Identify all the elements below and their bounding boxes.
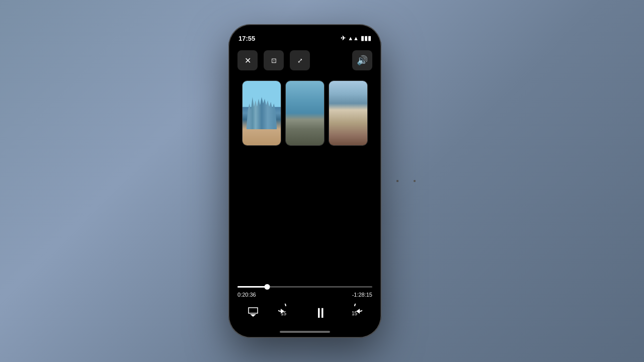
time-row: 0:20:36 -1:28:15 — [237, 292, 372, 298]
video-controls-top: ✕ ⊡ ⤢ 🔊 — [229, 50, 380, 70]
status-time-1: 17:55 — [238, 35, 255, 42]
time-remaining: -1:28:15 — [352, 292, 372, 298]
video-thumbnails — [229, 80, 380, 146]
phone1: 17:55 ✈ ▲▲ ▮▮▮ ✕ ⊡ ⤢ 🔊 — [228, 24, 381, 338]
svg-text:15: 15 — [352, 311, 358, 316]
thumbnail-2[interactable] — [285, 80, 325, 146]
progress-dot — [264, 284, 270, 290]
forward-button[interactable]: 15 — [347, 304, 362, 322]
rewind-button[interactable]: 15 — [278, 304, 293, 322]
pause-button[interactable]: ⏸ — [313, 305, 328, 321]
notch1 — [275, 25, 335, 38]
progress-fill — [237, 286, 267, 288]
volume-button[interactable]: 🔊 — [352, 50, 372, 70]
expand-button[interactable]: ⤢ — [290, 50, 310, 70]
status-icons-1: ✈ ▲▲ ▮▮▮ — [341, 35, 371, 42]
video-bottom: 0:20:36 -1:28:15 15 ⏸ — [229, 286, 380, 322]
time-current: 0:20:36 — [237, 292, 256, 298]
phone3: 17:58 ✈ ▲▲ ▮▮▮ キャンセル ツイートする ピクチャインピクチャの使… — [414, 180, 416, 182]
playback-controls: 15 ⏸ 15 — [237, 304, 372, 322]
thumbnail-3[interactable] — [329, 80, 368, 146]
thumbnail-1[interactable] — [242, 80, 281, 146]
home-indicator — [280, 331, 330, 333]
close-button[interactable]: ✕ — [237, 50, 258, 70]
pip-button[interactable]: ⊡ — [264, 50, 284, 70]
progress-bar[interactable] — [237, 286, 372, 288]
phone2: 17:55 ✈ ▲▲ ▮▮▮ FaceTime 日 20 — [396, 180, 398, 182]
airplay-button[interactable] — [248, 306, 259, 320]
